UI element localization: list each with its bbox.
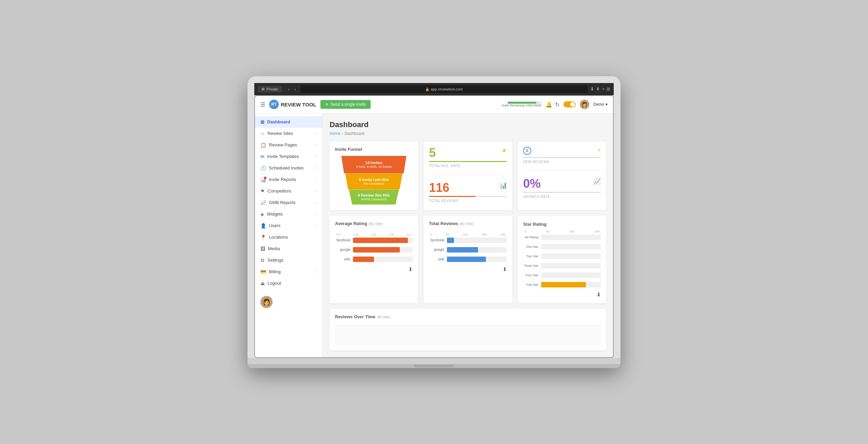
five-star-label: Five Star — [523, 283, 538, 286]
sidebar-item-locations[interactable]: 📍 Locations — [255, 231, 322, 243]
sidebar-item-widgets[interactable]: ◈ Widgets › — [255, 208, 322, 220]
two-star-bar-container — [541, 254, 601, 259]
facebook-bar-container — [353, 238, 413, 243]
sidebar-item-media[interactable]: 🖼 Media — [255, 243, 322, 255]
star-four-row: Four Star — [523, 273, 601, 278]
total-reviews-row-yelp: yelp — [429, 257, 507, 262]
scheduled-invites-chevron: › — [316, 166, 317, 170]
invite-progress: Invite Remaining 14991/5000 — [502, 102, 541, 107]
browser-url-bar[interactable]: app.reviewtool.com — [300, 85, 588, 93]
bell-icon[interactable]: 🔔 — [546, 101, 552, 108]
logout-icon: ⏏ — [260, 281, 265, 286]
downloads-icon[interactable]: ⬇ — [590, 86, 594, 92]
avg-rate-bar-fill — [429, 161, 507, 162]
grid-icon[interactable]: ⊞ — [607, 86, 610, 92]
total-reviews-download-button[interactable]: ⬇ — [502, 266, 507, 273]
funnel-l1-text: 14 Invites — [356, 160, 392, 165]
funnel-l2-text: 0 Invite Link Hits — [359, 177, 389, 182]
nav-back-button[interactable]: ‹ — [286, 86, 291, 93]
invite-funnel-title: Invite Funnel — [335, 147, 413, 152]
sidebar-label-competitors: Competitors — [268, 188, 291, 194]
invite-templates-icon: ✉ — [260, 154, 264, 159]
sidebar-item-users[interactable]: 👤 Users › — [255, 220, 322, 231]
add-tab-icon[interactable]: + — [602, 86, 605, 92]
star-rating-chart: 050100150 No Rating One Star — [523, 230, 601, 287]
nav-forward-button[interactable]: › — [293, 86, 298, 93]
user-name: Demo — [593, 102, 604, 107]
funnel-l1-sub: 0 SMS, 8 MMS, 10 Emails — [356, 165, 392, 169]
two-star-label: Two Star — [523, 255, 538, 258]
chart-icon: 📊 — [499, 182, 507, 189]
tr-yelp-bar — [447, 257, 486, 262]
sidebar-item-review-sites[interactable]: ☆ Review Sites › — [255, 128, 322, 139]
sidebar-item-gmb-reports[interactable]: 📈 GMB Reports › — [255, 197, 322, 208]
sidebar-item-scheduled-invites[interactable]: 🕐 Scheduled Invites › — [255, 162, 322, 174]
tr-facebook-bar-container — [447, 238, 507, 243]
sidebar-user-avatar: 👩 — [255, 292, 322, 312]
send-invite-icon: ✈ — [325, 102, 329, 107]
sidebar-item-dashboard[interactable]: ⊞ Dashboard — [255, 116, 322, 128]
star-three-row: Three Star — [523, 263, 601, 268]
star-no-rating-row: No Rating — [523, 235, 601, 240]
breadcrumb-current: Dashboard — [344, 131, 364, 136]
star-one-row: One Star — [523, 244, 601, 249]
tr-facebook-bar — [447, 238, 454, 243]
avg-rating-row-google: google — [335, 247, 413, 253]
trend-icon: 📈 — [593, 178, 601, 185]
stats-card-2: + 0 NEW REVIEWS 📈 — [518, 141, 606, 210]
invite-reports-chevron: › — [316, 178, 317, 181]
review-pages-icon: 📋 — [260, 142, 266, 148]
sidebar-item-review-pages[interactable]: 📋 Review Pages › — [255, 139, 322, 151]
browser-nav[interactable]: ‹ › — [286, 86, 297, 93]
star-icon: ★ — [501, 147, 507, 154]
avg-rating-chart: 4.74.84.95.05.1 facebook google — [335, 233, 413, 262]
laptop-base — [248, 364, 620, 368]
send-invite-button[interactable]: ✈ Send a single invite — [320, 100, 371, 109]
funnel-level-2: 0 Invite Link Hits 0% Conversion — [343, 174, 405, 190]
tr-yelp-label: yelp — [429, 257, 444, 261]
sidebar-label-invite-reports: Invite Reports — [269, 177, 296, 182]
sidebar-item-logout[interactable]: ⏏ Logout — [255, 278, 322, 289]
avg-rating-axis: 4.74.84.95.05.1 — [335, 233, 413, 236]
avg-rate-bar — [429, 161, 507, 162]
billing-chevron: › — [316, 270, 317, 274]
gmb-reports-chevron: › — [316, 201, 317, 204]
sidebar-item-competitors[interactable]: ⚑ Competitors › — [255, 185, 322, 197]
sidebar-avatar-img: 👩 — [260, 296, 273, 308]
breadcrumb-home[interactable]: Home — [330, 131, 340, 136]
growth-rate-bar — [523, 192, 601, 193]
no-rating-label: No Rating — [523, 236, 538, 239]
tab-favicon — [262, 88, 264, 90]
widgets-icon: ◈ — [260, 211, 264, 217]
sidebar-item-billing[interactable]: 💳 Billing › — [255, 266, 322, 278]
sidebar-item-invite-templates[interactable]: ✉ Invite Templates › — [255, 151, 322, 162]
sidebar-item-settings[interactable]: ⚙ Settings — [255, 255, 322, 266]
breadcrumb-separator: › — [342, 131, 343, 136]
sidebar-label-locations: Locations — [269, 235, 288, 240]
header-icons: 🔔 ↻ — [546, 101, 559, 108]
browser-actions: ⬇ ⬆ + ⊞ — [590, 86, 610, 92]
yelp-bar — [353, 257, 374, 262]
user-avatar: 👩 — [580, 100, 589, 109]
star-rating-download: ⬇ — [523, 291, 601, 298]
reviews-over-time-card: Reviews Over Time All sites — [330, 309, 606, 350]
user-menu[interactable]: Demo ▾ — [593, 102, 608, 107]
toggle-switch[interactable] — [564, 101, 576, 107]
stats-inner-2: + 0 NEW REVIEWS 📈 — [523, 147, 601, 199]
avg-rating-download-button[interactable]: ⬇ — [408, 266, 413, 273]
total-reviews-row-google: google — [429, 247, 507, 253]
avg-rating-subtitle: (By Site) — [369, 222, 383, 226]
browser-tab: Private — [258, 86, 282, 93]
total-reviews-label: TOTAL REVIEWS — [429, 199, 507, 203]
invite-templates-chevron: › — [316, 155, 317, 158]
reviews-over-time-title: Reviews Over Time — [335, 314, 375, 319]
hamburger-icon[interactable]: ☰ — [260, 101, 265, 108]
invite-funnel-card: Invite Funnel 14 Invites 0 SMS, 8 MMS, 1… — [330, 141, 418, 210]
star-rating-download-button[interactable]: ⬇ — [596, 291, 601, 298]
total-reviews-card: Total Reviews (By Site) 050100150200 fac… — [423, 216, 512, 303]
share-icon[interactable]: ⬆ — [596, 86, 600, 92]
sidebar-item-invite-reports[interactable]: 📊 Invite Reports › — [255, 174, 322, 185]
refresh-icon[interactable]: ↻ — [555, 101, 559, 108]
stats-inner-1: ★ 5 TOTAL AVG. RATE 📊 116 — [429, 147, 507, 203]
total-reviews-bar-fill — [429, 196, 476, 197]
